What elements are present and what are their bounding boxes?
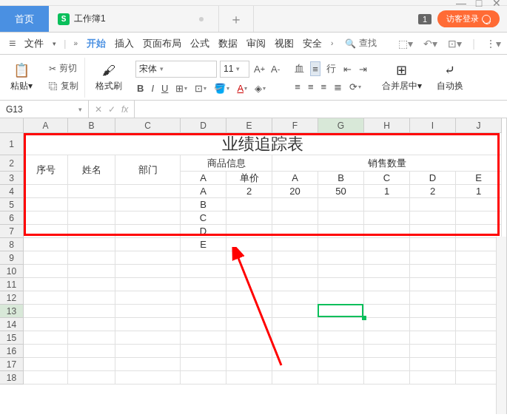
cell[interactable] <box>226 305 272 318</box>
fx-cancel-button[interactable]: ✕ <box>95 104 102 115</box>
font-size-select[interactable]: 11▾ <box>220 61 249 78</box>
cell[interactable] <box>115 198 181 211</box>
cell[interactable] <box>68 358 115 371</box>
cell[interactable] <box>364 211 410 225</box>
cell[interactable] <box>226 238 272 251</box>
cell[interactable] <box>456 291 502 305</box>
decrease-font-button[interactable]: A- <box>269 61 281 78</box>
row-header[interactable]: 3 <box>0 172 24 185</box>
cell[interactable] <box>410 238 456 251</box>
cell[interactable]: 部门 <box>115 155 181 185</box>
menu-start[interactable]: 开始 <box>84 37 109 50</box>
cell[interactable] <box>318 265 364 278</box>
cell[interactable] <box>226 225 272 238</box>
select-all-corner[interactable] <box>0 118 24 133</box>
cell[interactable] <box>318 358 364 371</box>
column-header[interactable]: C <box>115 118 181 133</box>
row-header[interactable]: 15 <box>0 331 24 345</box>
cell[interactable] <box>68 265 115 278</box>
align-right-button[interactable]: ≡ <box>319 81 328 93</box>
menu-layout[interactable]: 页面布局 <box>140 37 184 50</box>
cell[interactable]: D <box>181 225 226 238</box>
cell[interactable] <box>456 305 502 318</box>
cell[interactable] <box>272 305 318 318</box>
cell[interactable] <box>226 198 272 211</box>
cut-button[interactable]: ✂剪切 <box>46 61 81 76</box>
orientation-button[interactable]: ⟳ <box>348 81 363 93</box>
cell[interactable] <box>181 371 226 385</box>
cell[interactable] <box>364 278 410 291</box>
cell[interactable]: B <box>181 198 226 211</box>
cell[interactable] <box>24 238 68 251</box>
cell[interactable] <box>364 265 410 278</box>
chevron-right-icon[interactable]: › <box>328 39 336 47</box>
row-header[interactable]: 6 <box>0 211 24 225</box>
cell[interactable] <box>364 371 410 385</box>
cell[interactable] <box>456 358 502 371</box>
cell[interactable] <box>226 358 272 371</box>
column-header[interactable]: J <box>456 118 502 133</box>
menu-insert[interactable]: 插入 <box>112 37 137 50</box>
guest-login-button[interactable]: 访客登录 <box>437 10 500 27</box>
menu-formula[interactable]: 公式 <box>187 37 212 50</box>
underline-button[interactable]: U <box>160 82 169 95</box>
cell[interactable]: A <box>272 172 318 185</box>
column-header[interactable]: D <box>181 118 226 133</box>
cell[interactable] <box>364 305 410 318</box>
cell[interactable]: E <box>181 238 226 251</box>
cell[interactable] <box>68 305 115 318</box>
cell[interactable] <box>115 278 181 291</box>
menu-data[interactable]: 数据 <box>215 37 241 50</box>
cell[interactable] <box>364 251 410 265</box>
cell[interactable] <box>226 278 272 291</box>
cell[interactable] <box>410 251 456 265</box>
cell[interactable] <box>24 371 68 385</box>
cell[interactable] <box>115 318 181 331</box>
cell[interactable] <box>68 291 115 305</box>
cell[interactable]: A <box>181 185 226 198</box>
column-header[interactable]: G <box>318 118 364 133</box>
cell[interactable] <box>115 185 181 198</box>
cell[interactable] <box>364 238 410 251</box>
cell[interactable] <box>226 265 272 278</box>
column-header[interactable]: I <box>410 118 456 133</box>
cell[interactable] <box>364 225 410 238</box>
row-header[interactable]: 18 <box>0 371 24 385</box>
row-header[interactable]: 14 <box>0 318 24 331</box>
row-header[interactable]: 9 <box>0 251 24 265</box>
toolbar-btn-1[interactable]: ⬚▾ <box>398 38 413 50</box>
align-left-button[interactable]: ≡ <box>293 81 302 93</box>
cell[interactable] <box>272 331 318 345</box>
cell[interactable] <box>226 291 272 305</box>
cell[interactable] <box>272 291 318 305</box>
cell[interactable] <box>181 358 226 371</box>
cell[interactable] <box>24 291 68 305</box>
cell[interactable] <box>24 318 68 331</box>
cell[interactable] <box>115 291 181 305</box>
cell[interactable] <box>318 305 364 318</box>
row-header[interactable]: 16 <box>0 345 24 358</box>
cell[interactable] <box>318 318 364 331</box>
cell[interactable] <box>24 211 68 225</box>
style-button[interactable]: ◈ <box>253 82 267 95</box>
cell[interactable] <box>24 198 68 211</box>
row-header[interactable]: 13 <box>0 305 24 318</box>
cell[interactable] <box>181 265 226 278</box>
cell[interactable]: 2 <box>410 185 456 198</box>
cell[interactable] <box>272 265 318 278</box>
align-bottom-button[interactable]: ⾏ <box>325 61 338 76</box>
cell[interactable] <box>181 291 226 305</box>
cell[interactable]: 业绩追踪表 <box>24 133 502 155</box>
cell[interactable]: 销售数量 <box>272 155 502 172</box>
cell[interactable] <box>318 198 364 211</box>
cell[interactable] <box>24 185 68 198</box>
cell[interactable] <box>364 331 410 345</box>
cell[interactable] <box>181 331 226 345</box>
cell[interactable] <box>364 318 410 331</box>
cell[interactable] <box>318 225 364 238</box>
vertical-scrollbar[interactable] <box>496 237 506 414</box>
cell[interactable] <box>68 345 115 358</box>
cell[interactable]: 1 <box>364 185 410 198</box>
cell[interactable] <box>68 318 115 331</box>
cell[interactable] <box>68 238 115 251</box>
